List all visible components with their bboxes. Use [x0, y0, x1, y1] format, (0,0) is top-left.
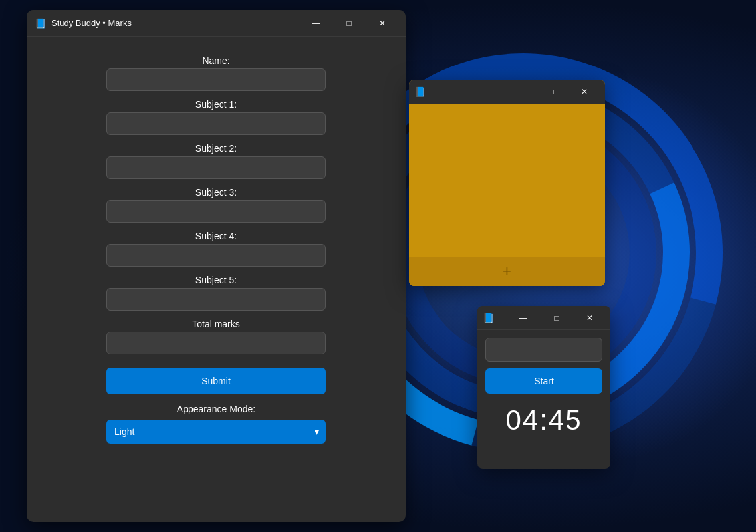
- sticky-close-button[interactable]: ✕: [569, 82, 600, 102]
- timer-start-button[interactable]: Start: [485, 368, 602, 394]
- timer-maximize-button[interactable]: □: [541, 308, 572, 328]
- app-icon: 📘: [35, 18, 46, 29]
- subject4-input[interactable]: [106, 244, 326, 267]
- sticky-minimize-button[interactable]: —: [503, 82, 533, 102]
- subject1-label: Subject 1:: [106, 99, 326, 110]
- sticky-titlebar: 📘 — □ ✕: [409, 80, 605, 104]
- sticky-titlebar-controls: — □ ✕: [503, 82, 600, 102]
- subject4-label: Subject 4:: [106, 231, 326, 241]
- total-marks-input[interactable]: [106, 332, 326, 354]
- timer-display: 04:45: [505, 404, 582, 436]
- timer-content: 5 Start 04:45: [477, 330, 610, 444]
- titlebar-controls: — □ ✕: [301, 13, 398, 33]
- titlebar-left: 📘 Study Buddy • Marks: [35, 18, 132, 29]
- sticky-content-area[interactable]: [409, 104, 605, 257]
- sticky-add-button[interactable]: +: [409, 257, 605, 286]
- timer-duration-input[interactable]: 5: [485, 338, 602, 362]
- timer-minimize-button[interactable]: —: [508, 308, 539, 328]
- sticky-note-window: 📘 — □ ✕ +: [409, 80, 605, 286]
- subject3-input[interactable]: [106, 200, 326, 223]
- maximize-button[interactable]: □: [334, 13, 364, 33]
- sticky-app-icon: 📘: [414, 86, 426, 97]
- main-content: Name: Subject 1: Subject 2: Subject 3: S…: [27, 37, 406, 457]
- window-title: Study Buddy • Marks: [51, 18, 132, 28]
- subject3-label: Subject 3:: [106, 187, 326, 198]
- subject1-input[interactable]: [106, 112, 326, 135]
- timer-window: 📘 — □ ✕ 5 Start 04:45: [477, 306, 610, 469]
- timer-titlebar-controls: — □ ✕: [508, 308, 605, 328]
- timer-close-button[interactable]: ✕: [574, 308, 605, 328]
- subject2-label: Subject 2:: [106, 143, 326, 154]
- subject2-input[interactable]: [106, 156, 326, 179]
- close-button[interactable]: ✕: [367, 13, 398, 33]
- name-label: Name:: [106, 55, 326, 66]
- timer-app-icon: 📘: [483, 313, 494, 323]
- sticky-maximize-button[interactable]: □: [536, 82, 567, 102]
- subject5-label: Subject 5:: [106, 275, 326, 285]
- name-input[interactable]: [106, 68, 326, 91]
- appearance-dropdown-wrapper: Light Dark System ▾: [106, 420, 326, 444]
- timer-titlebar: 📘 — □ ✕: [477, 306, 610, 330]
- appearance-dropdown[interactable]: Light Dark System: [106, 420, 326, 444]
- appearance-mode-label: Appearance Mode:: [106, 404, 326, 414]
- main-titlebar: 📘 Study Buddy • Marks — □ ✕: [27, 10, 406, 37]
- main-window: 📘 Study Buddy • Marks — □ ✕ Name: Subjec…: [27, 10, 406, 522]
- minimize-button[interactable]: —: [301, 13, 331, 33]
- subject5-input[interactable]: [106, 288, 326, 311]
- total-marks-label: Total marks: [106, 319, 326, 329]
- submit-button[interactable]: Submit: [106, 368, 326, 394]
